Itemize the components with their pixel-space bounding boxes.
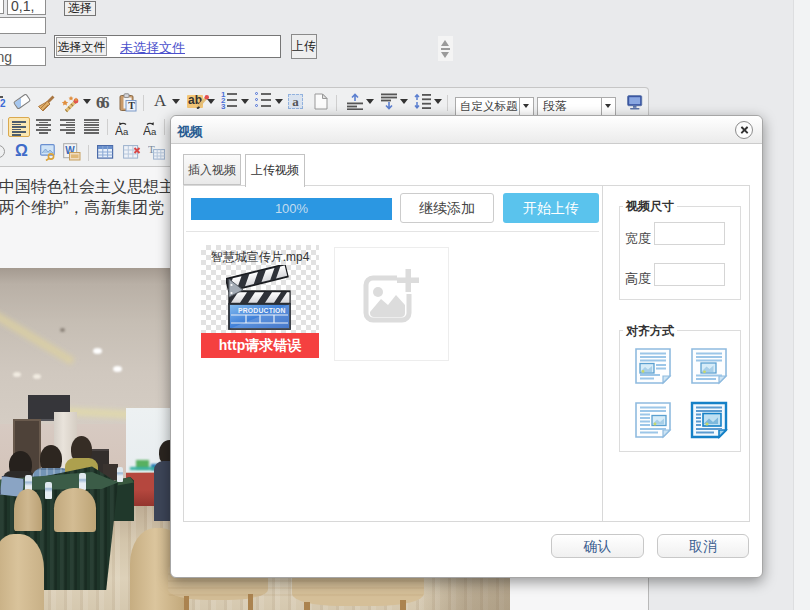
svg-text:a: a [123,126,129,137]
svg-text:A: A [143,124,151,137]
svg-text:A: A [115,124,123,137]
svg-text:T: T [128,100,135,111]
svg-text:a: a [151,126,157,137]
